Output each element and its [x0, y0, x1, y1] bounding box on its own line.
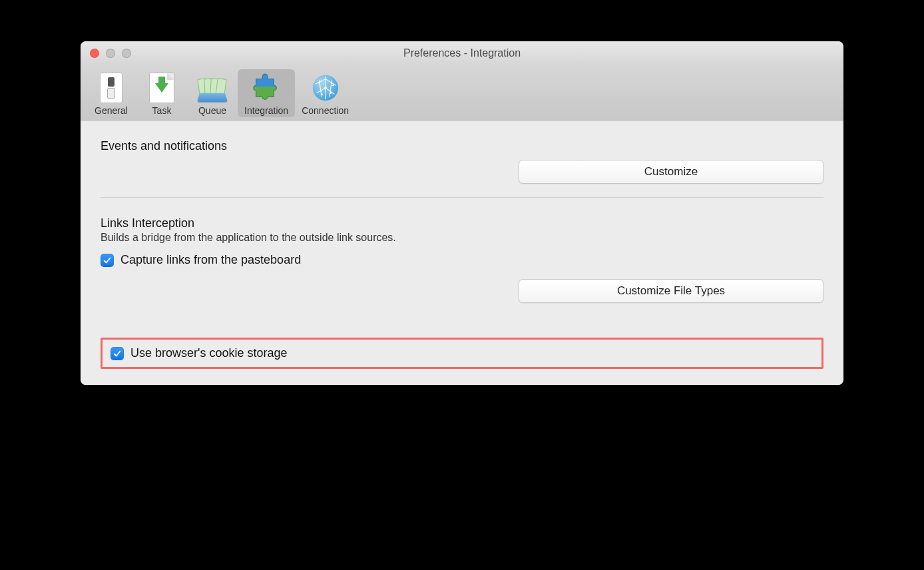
- checkmark-icon: [113, 349, 122, 358]
- capture-links-label: Capture links from the pasteboard: [120, 253, 301, 267]
- globe-network-icon: [310, 72, 342, 104]
- svg-point-1: [324, 87, 327, 89]
- window-title: Preferences - Integration: [81, 47, 843, 59]
- tab-integration[interactable]: Integration: [238, 69, 295, 117]
- content-area: Events and notifications Customize Links…: [81, 121, 843, 385]
- maximize-window-button[interactable]: [122, 49, 131, 58]
- minimize-window-button[interactable]: [106, 49, 115, 58]
- preferences-window: Preferences - Integration General Task: [81, 41, 843, 385]
- checkmark-icon: [103, 256, 112, 265]
- tab-label: Connection: [302, 105, 349, 116]
- svg-point-5: [330, 92, 332, 94]
- titlebar: Preferences - Integration: [81, 41, 843, 65]
- close-window-button[interactable]: [90, 49, 99, 58]
- events-section: Events and notifications Customize: [101, 121, 823, 198]
- tab-queue[interactable]: Queue: [187, 69, 238, 117]
- tab-task[interactable]: Task: [136, 69, 187, 117]
- preferences-toolbar: General Task Queue: [81, 65, 843, 121]
- capture-links-checkbox[interactable]: [101, 254, 114, 267]
- tab-label: Queue: [198, 105, 226, 116]
- section-header-links: Links Interception: [101, 216, 823, 230]
- download-file-icon: [146, 72, 178, 104]
- capture-links-row: Capture links from the pasteboard: [101, 253, 823, 267]
- svg-point-3: [332, 85, 334, 87]
- section-header-events: Events and notifications: [101, 139, 823, 153]
- tab-label: Task: [152, 105, 172, 116]
- switch-icon: [95, 72, 127, 104]
- cookie-storage-label: Use browser's cookie storage: [130, 346, 288, 360]
- tab-general[interactable]: General: [86, 69, 136, 117]
- cookie-storage-checkbox[interactable]: [111, 347, 124, 360]
- section-subtext-links: Builds a bridge from the application to …: [101, 232, 823, 244]
- cookie-storage-row: Use browser's cookie storage: [111, 346, 813, 360]
- window-controls: [81, 49, 131, 58]
- tab-label: General: [95, 105, 128, 116]
- svg-point-4: [320, 93, 322, 95]
- queue-tray-icon: [196, 72, 228, 104]
- tab-connection[interactable]: Connection: [295, 69, 355, 117]
- highlighted-cookie-option: Use browser's cookie storage: [101, 338, 823, 369]
- tab-label: Integration: [244, 105, 288, 116]
- svg-point-2: [318, 82, 320, 84]
- puzzle-piece-icon: [250, 72, 282, 104]
- links-section: Links Interception Builds a bridge from …: [101, 198, 823, 303]
- customize-filetypes-button[interactable]: Customize File Types: [519, 279, 823, 303]
- customize-events-button[interactable]: Customize: [519, 160, 823, 184]
